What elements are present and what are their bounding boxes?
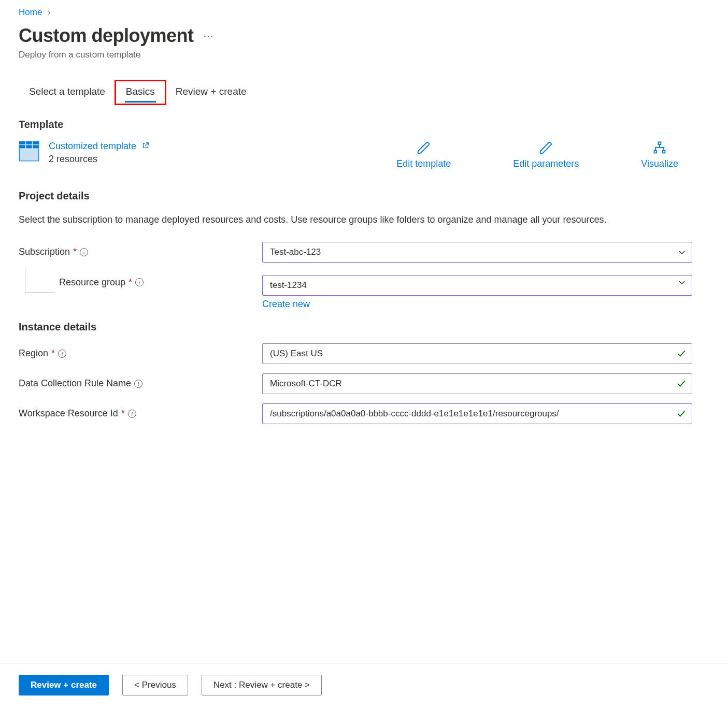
- subscription-label: Subscription * i: [19, 247, 262, 257]
- tab-review-create[interactable]: Review + create: [165, 81, 257, 104]
- project-details-help: Select the subscription to manage deploy…: [19, 212, 640, 227]
- resource-count: 2 resources: [49, 154, 266, 165]
- open-external-icon: [139, 141, 149, 151]
- hierarchy-icon: [652, 141, 667, 155]
- template-section-title: Template: [19, 119, 709, 131]
- tree-connector: [25, 269, 55, 293]
- info-icon[interactable]: i: [58, 350, 66, 358]
- region-select[interactable]: [262, 343, 692, 364]
- instance-details-title: Instance details: [19, 321, 709, 333]
- edit-template-button[interactable]: Edit template: [396, 141, 451, 169]
- page-title: Custom deployment: [19, 25, 194, 47]
- resource-group-label: Resource group * i: [59, 269, 262, 288]
- project-details-title: Project details: [19, 190, 709, 202]
- svg-rect-8: [663, 151, 665, 153]
- info-icon[interactable]: i: [134, 380, 142, 388]
- footer: Review + create < Previous Next : Review…: [0, 663, 728, 707]
- info-icon[interactable]: i: [135, 278, 144, 286]
- create-new-link[interactable]: Create new: [262, 299, 310, 309]
- edit-parameters-button[interactable]: Edit parameters: [513, 141, 579, 169]
- workspace-label: Workspace Resource Id * i: [19, 408, 262, 419]
- template-icon: [19, 141, 39, 162]
- subscription-select[interactable]: [262, 242, 692, 263]
- chevron-right-icon: ›: [48, 7, 51, 17]
- tab-basics[interactable]: Basics: [116, 81, 165, 104]
- breadcrumb-home[interactable]: Home: [19, 7, 42, 17]
- tabs: Select a template Basics Review + create: [19, 81, 709, 104]
- required-indicator: *: [129, 277, 132, 288]
- required-indicator: *: [51, 348, 55, 359]
- svg-rect-6: [659, 142, 661, 144]
- pencil-icon: [539, 141, 553, 155]
- region-label: Region * i: [19, 348, 262, 359]
- visualize-button[interactable]: Visualize: [641, 141, 678, 169]
- page-subtitle: Deploy from a custom template: [19, 50, 709, 60]
- breadcrumb: Home ›: [19, 7, 709, 18]
- info-icon[interactable]: i: [128, 410, 136, 418]
- workspace-input[interactable]: [262, 403, 692, 424]
- required-indicator: *: [73, 247, 77, 257]
- required-indicator: *: [121, 408, 125, 419]
- svg-rect-7: [654, 151, 657, 153]
- tab-select-template[interactable]: Select a template: [19, 81, 116, 104]
- more-icon[interactable]: ⋯: [203, 30, 215, 42]
- customized-template-link[interactable]: Customized template: [49, 141, 149, 151]
- dcr-input[interactable]: [262, 373, 692, 394]
- previous-button[interactable]: < Previous: [122, 675, 188, 695]
- review-create-button[interactable]: Review + create: [19, 675, 109, 695]
- info-icon[interactable]: i: [80, 248, 88, 256]
- pencil-icon: [417, 141, 431, 155]
- next-button[interactable]: Next : Review + create >: [202, 675, 322, 695]
- resource-group-select[interactable]: [262, 275, 692, 296]
- dcr-label: Data Collection Rule Name i: [19, 378, 262, 389]
